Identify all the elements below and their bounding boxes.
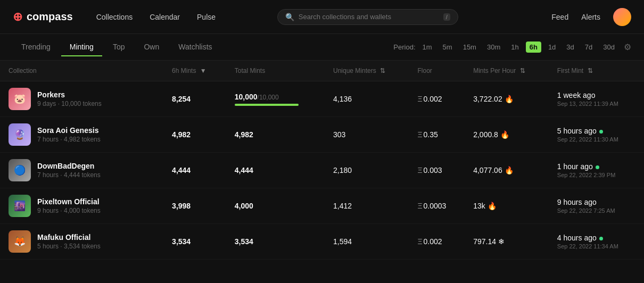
table-row[interactable]: 🔮 Sora Aoi Genesis 7 hours · 4,982 token…	[0, 117, 644, 153]
mints-per-hour: 4,077.06🔥	[465, 153, 549, 188]
tab-minting[interactable]: Minting	[61, 38, 102, 56]
nav-pulse[interactable]: Pulse	[191, 10, 222, 24]
col-unique-minters[interactable]: Unique Minters ⇅	[325, 61, 409, 81]
collection-avatar: 🐷	[9, 88, 31, 110]
alerts-link[interactable]: Alerts	[581, 13, 600, 21]
nav-calendar[interactable]: Calendar	[143, 10, 186, 24]
period-30m[interactable]: 30m	[483, 41, 504, 53]
mints-6h: 4,444	[163, 153, 226, 188]
total-mints: 10,000/10,000	[226, 81, 325, 117]
total-mints-value: 10,000/10,000	[235, 93, 316, 101]
first-mint-date: Sep 22, 2022 11:30 AM	[557, 136, 635, 143]
logo[interactable]: ⊕ compass	[13, 10, 73, 24]
tab-trending[interactable]: Trending	[13, 38, 59, 56]
sort-arrow-6h: ▼	[200, 67, 207, 74]
fire-icon: 🔥	[505, 95, 514, 103]
collection-info: DownBadDegen 7 hours · 4,444 tokens	[37, 162, 101, 179]
table-row[interactable]: 🔵 DownBadDegen 7 hours · 4,444 tokens 4,…	[0, 153, 644, 188]
total-mints: 4,000	[226, 188, 325, 224]
first-mint: 4 hours ago Sep 22, 2022 11:34 AM	[549, 224, 644, 260]
first-mint: 1 week ago Sep 13, 2022 11:39 AM	[549, 81, 644, 117]
mints-6h: 3,534	[163, 224, 226, 260]
collection-info: Pixeltown Official 9 hours · 4,000 token…	[37, 197, 101, 214]
collection-avatar: 🦊	[9, 230, 31, 253]
table-row[interactable]: 🦊 Mafuku Official 5 hours · 3,534 tokens…	[0, 224, 644, 260]
eth-symbol: Ξ	[417, 237, 422, 246]
collection-name: Mafuku Official	[37, 233, 101, 242]
collection-cell: 🌆 Pixeltown Official 9 hours · 4,000 tok…	[0, 188, 163, 224]
collection-info: Sora Aoi Genesis 7 hours · 4,982 tokens	[37, 126, 101, 143]
progress-bar	[235, 104, 299, 106]
collection-avatar: 🌆	[9, 195, 31, 217]
col-collection: Collection	[0, 61, 163, 81]
col-mints-per-hour[interactable]: Mints Per Hour ⇅	[465, 61, 549, 81]
first-mint: 1 hour ago Sep 22, 2022 2:39 PM	[549, 153, 644, 188]
first-mint-cell: 1 hour ago Sep 22, 2022 2:39 PM	[557, 162, 635, 178]
filter-icon-mph: ⇅	[520, 67, 525, 74]
table-row[interactable]: 🐷 Porkers 9 days · 10,000 tokens 8,254 1…	[0, 81, 644, 117]
logo-text: compass	[27, 11, 73, 23]
total-mints: 4,444	[226, 153, 325, 188]
col-first-mint[interactable]: First Mint ⇅	[549, 61, 644, 81]
feed-link[interactable]: Feed	[551, 13, 568, 21]
mints-per-hour: 3,722.02🔥	[465, 81, 549, 117]
settings-icon[interactable]: ⚙	[624, 42, 631, 52]
eth-symbol: Ξ	[417, 166, 422, 174]
tab-watchlists[interactable]: Watchlists	[170, 38, 220, 56]
nav-collections[interactable]: Collections	[90, 10, 139, 24]
first-mint-ago: 1 week ago	[557, 91, 635, 99]
collection-info: Mafuku Official 5 hours · 3,534 tokens	[37, 233, 101, 250]
collection-name: DownBadDegen	[37, 162, 101, 170]
total-mints: 3,534	[226, 224, 325, 260]
period-30d[interactable]: 30d	[599, 41, 618, 53]
col-floor: Floor	[409, 61, 465, 81]
tab-top[interactable]: Top	[104, 38, 134, 56]
period-1d[interactable]: 1d	[544, 41, 559, 53]
sub-nav: Trending Minting Top Own Watchlists Peri…	[0, 34, 644, 61]
collection-meta: 7 hours · 4,982 tokens	[37, 136, 101, 143]
period-6h[interactable]: 6h	[526, 41, 541, 53]
live-dot	[596, 165, 599, 169]
period-1m[interactable]: 1m	[419, 41, 436, 53]
eth-symbol: Ξ	[417, 130, 422, 139]
floor-value: Ξ0.003	[409, 153, 465, 188]
period-5m[interactable]: 5m	[439, 41, 456, 53]
collection-name: Sora Aoi Genesis	[37, 126, 101, 135]
total-mints-value: 4,982	[235, 130, 253, 139]
floor-value: Ξ0.002	[409, 224, 465, 260]
total-mints: 4,982	[226, 117, 325, 153]
tab-own[interactable]: Own	[135, 38, 168, 56]
collection-name: Pixeltown Official	[37, 197, 101, 206]
header-right: Feed Alerts	[551, 8, 631, 26]
logo-symbol: ⊕	[13, 10, 22, 24]
collection-info: Porkers 9 days · 10,000 tokens	[37, 90, 102, 107]
unique-minters: 303	[325, 117, 409, 153]
filter-icon-first: ⇅	[588, 67, 593, 74]
search-input[interactable]	[299, 13, 439, 21]
collection-cell: 🔮 Sora Aoi Genesis 7 hours · 4,982 token…	[0, 117, 163, 153]
table-header-row: Collection 6h Mints ▼ Total Mints Unique…	[0, 61, 644, 81]
first-mint-date: Sep 22, 2022 11:34 AM	[557, 243, 635, 249]
mints-per-hour: 797.14❄	[465, 224, 549, 260]
first-mint-cell: 9 hours ago Sep 22, 2022 7:25 AM	[557, 198, 635, 214]
col-6h-mints[interactable]: 6h Mints ▼	[163, 61, 226, 81]
period-15m[interactable]: 15m	[459, 41, 480, 53]
avatar[interactable]	[613, 8, 631, 26]
period-1h[interactable]: 1h	[507, 41, 522, 53]
collection-meta: 9 hours · 4,000 tokens	[37, 207, 101, 214]
search-bar[interactable]: 🔍 /	[277, 9, 458, 25]
first-mint-cell: 4 hours ago Sep 22, 2022 11:34 AM	[557, 234, 635, 249]
live-dot	[599, 237, 603, 240]
snowflake-icon: ❄	[498, 237, 505, 246]
fire-icon: 🔥	[500, 130, 509, 139]
total-mints-value: 4,000	[235, 202, 253, 210]
total-mints-value: 4,444	[235, 166, 253, 174]
collection-avatar: 🔮	[9, 123, 31, 146]
filter-icon-unique: ⇅	[380, 67, 385, 74]
period-7d[interactable]: 7d	[581, 41, 596, 53]
header: ⊕ compass Collections Calendar Pulse 🔍 /…	[0, 0, 644, 34]
table-row[interactable]: 🌆 Pixeltown Official 9 hours · 4,000 tok…	[0, 188, 644, 224]
period-label: Period:	[393, 43, 415, 51]
first-mint-ago: 4 hours ago	[557, 234, 635, 242]
period-3d[interactable]: 3d	[563, 41, 577, 53]
